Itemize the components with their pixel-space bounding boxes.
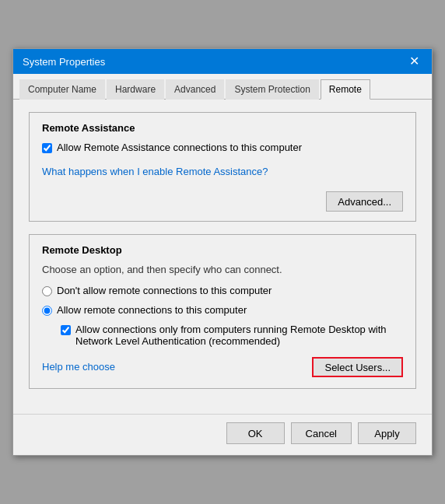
tab-computer-name[interactable]: Computer Name — [19, 79, 105, 100]
remote-assistance-link[interactable]: What happens when I enable Remote Assist… — [42, 166, 268, 177]
select-users-button[interactable]: Select Users... — [312, 357, 403, 377]
remote-assistance-checkbox-label: Allow Remote Assistance connections to t… — [57, 142, 302, 153]
remote-desktop-section: Remote Desktop Choose an option, and the… — [29, 234, 416, 389]
remote-assistance-button-row: Advanced... — [42, 191, 403, 212]
ok-button[interactable]: OK — [226, 422, 285, 444]
help-me-choose-link[interactable]: Help me choose — [42, 361, 115, 373]
remote-desktop-description: Choose an option, and then specify who c… — [42, 264, 403, 275]
help-select-row: Help me choose Select Users... — [42, 355, 403, 379]
radio-row-disallow: Don't allow remote connections to this c… — [42, 285, 403, 296]
cancel-button[interactable]: Cancel — [291, 422, 352, 444]
tab-remote[interactable]: Remote — [321, 79, 370, 100]
remote-assistance-checkbox-row: Allow Remote Assistance connections to t… — [42, 142, 403, 153]
remote-assistance-title: Remote Assistance — [42, 122, 403, 134]
title-bar: System Properties ✕ — [13, 49, 432, 74]
radio-disallow[interactable] — [42, 286, 52, 296]
radio-disallow-label: Don't allow remote connections to this c… — [57, 285, 272, 296]
close-button[interactable]: ✕ — [406, 55, 422, 68]
window-title: System Properties — [23, 56, 105, 68]
apply-button[interactable]: Apply — [358, 422, 416, 444]
tab-bar: Computer Name Hardware Advanced System P… — [13, 74, 432, 100]
footer: OK Cancel Apply — [13, 414, 432, 455]
tab-hardware[interactable]: Hardware — [107, 79, 164, 100]
remote-desktop-title: Remote Desktop — [42, 244, 403, 256]
nla-checkbox-row: Allow connections only from computers ru… — [61, 324, 403, 347]
system-properties-window: System Properties ✕ Computer Name Hardwa… — [12, 48, 433, 456]
radio-row-allow: Allow remote connections to this compute… — [42, 304, 403, 316]
tab-advanced[interactable]: Advanced — [166, 79, 224, 100]
radio-allow[interactable] — [42, 306, 52, 316]
nla-checkbox-indent: Allow connections only from computers ru… — [61, 324, 403, 347]
remote-assistance-advanced-button[interactable]: Advanced... — [326, 191, 403, 212]
nla-checkbox[interactable] — [61, 325, 71, 335]
tab-content: Remote Assistance Allow Remote Assistanc… — [13, 100, 432, 414]
tab-system-protection[interactable]: System Protection — [226, 79, 318, 100]
radio-allow-label: Allow remote connections to this compute… — [57, 304, 247, 316]
remote-assistance-section: Remote Assistance Allow Remote Assistanc… — [29, 112, 416, 222]
nla-checkbox-label: Allow connections only from computers ru… — [75, 324, 403, 347]
remote-assistance-checkbox[interactable] — [42, 143, 52, 153]
